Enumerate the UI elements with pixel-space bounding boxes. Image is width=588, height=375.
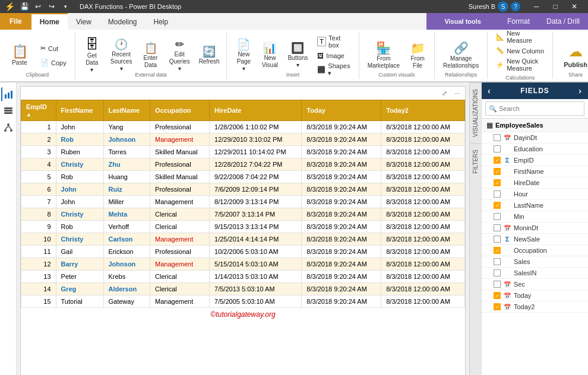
manage-relationships-btn[interactable]: 🔗 ManageRelationships xyxy=(440,34,482,77)
field-group-header[interactable]: ▦ EmployeeSales xyxy=(482,119,588,132)
redo-btn[interactable]: ↪ xyxy=(46,1,58,12)
field-checkbox[interactable] xyxy=(494,281,501,288)
field-item[interactable]: Min xyxy=(482,211,588,223)
field-checkbox[interactable]: ✓ xyxy=(494,292,501,299)
field-item[interactable]: 📅 Sec xyxy=(482,279,588,290)
col-hiredate[interactable]: HireDate xyxy=(210,100,302,121)
fields-search-input[interactable] xyxy=(485,101,584,116)
field-item[interactable]: ✓ 📅 Today xyxy=(482,290,588,301)
field-checkbox[interactable] xyxy=(494,134,501,141)
table-row: 13 Peter Krebs Clerical 1/14/2013 5:03:1… xyxy=(21,271,465,283)
field-checkbox[interactable] xyxy=(494,236,501,243)
field-checkbox[interactable]: ✓ xyxy=(494,247,501,254)
field-checkbox[interactable]: ✓ xyxy=(494,202,501,209)
field-item[interactable]: 📅 MoninDt xyxy=(482,223,588,234)
tab-modeling[interactable]: Modeling xyxy=(100,13,146,30)
field-item[interactable]: ✓ Σ EmpID xyxy=(482,155,588,166)
paste-btn[interactable]: 📋 Paste xyxy=(5,34,34,77)
new-page-btn[interactable]: 📄 NewPage ▾ xyxy=(232,34,255,77)
field-checkbox[interactable]: ✓ xyxy=(494,168,501,175)
cell-empid: 12 xyxy=(21,258,56,271)
get-data-btn[interactable]: 🗄 GetData ▾ xyxy=(80,34,104,77)
buttons-btn[interactable]: 🔲 Buttons ▾ xyxy=(284,34,311,77)
cell-empid: 10 xyxy=(21,233,56,246)
field-item[interactable]: ✓ LastName xyxy=(482,200,588,211)
col-lastname[interactable]: LastName xyxy=(103,100,150,121)
save-btn[interactable]: 💾 xyxy=(18,1,30,12)
tab-help[interactable]: Help xyxy=(146,13,177,30)
publish-btn[interactable]: ☁ Publish xyxy=(558,34,588,77)
field-item[interactable]: SalesIN xyxy=(482,268,588,279)
col-empid[interactable]: EmpID▲ xyxy=(21,100,56,121)
field-checkbox[interactable] xyxy=(494,190,501,198)
enter-data-btn[interactable]: 📋 EnterData xyxy=(139,34,163,77)
panel-back-arrow[interactable]: ‹ xyxy=(488,86,491,96)
new-visual-btn[interactable]: 📊 NewVisual xyxy=(258,34,282,77)
col-today2[interactable]: Today2 xyxy=(381,100,465,121)
field-item[interactable]: ✓ FirstName xyxy=(482,166,588,177)
app-icon: ⚡ xyxy=(5,2,15,11)
file-tab[interactable]: File xyxy=(0,13,31,30)
col-occupation[interactable]: Occupation xyxy=(150,100,210,121)
more-options-btn[interactable]: ··· xyxy=(452,88,463,98)
cell-today2: 8/3/2018 12:00:00 AM xyxy=(381,196,465,208)
tab-datadrill[interactable]: Data / Drill xyxy=(538,13,588,30)
sidebar-icon-data[interactable] xyxy=(1,104,15,118)
new-column-btn[interactable]: 📏 New Column xyxy=(492,46,548,56)
recent-sources-btn[interactable]: 🕐 RecentSources ▾ xyxy=(106,34,137,77)
text-box-btn[interactable]: T Text box xyxy=(314,35,353,48)
cell-today: 8/3/2018 9:20:24 AM xyxy=(302,146,381,158)
image-btn[interactable]: 🖼 Image xyxy=(314,49,353,62)
field-item[interactable]: Hour xyxy=(482,189,588,200)
tab-format[interactable]: Format xyxy=(499,13,538,30)
field-checkbox[interactable] xyxy=(494,213,501,220)
copy-btn[interactable]: 📄 Copy xyxy=(37,56,70,69)
from-file-btn[interactable]: 📁 FromFile xyxy=(406,34,429,77)
expand-visual-btn[interactable]: ⤢ xyxy=(439,88,450,98)
field-item[interactable]: ✓ Occupation xyxy=(482,245,588,256)
sidebar-icon-model[interactable] xyxy=(1,120,15,135)
table-scroll[interactable]: EmpID▲ FirstName LastName Occupation Hir… xyxy=(21,100,465,375)
field-checkbox[interactable] xyxy=(494,258,501,265)
table-icon: ▦ xyxy=(486,121,493,129)
side-tab-filters[interactable]: FILTERS xyxy=(470,143,481,179)
tab-home[interactable]: Home xyxy=(31,13,68,30)
refresh-btn[interactable]: 🔄 Refresh xyxy=(197,34,222,77)
panel-forward-arrow[interactable]: › xyxy=(578,86,582,96)
cell-empid: 6 xyxy=(21,183,56,196)
field-checkbox[interactable]: ✓ xyxy=(494,179,501,186)
new-measure-btn[interactable]: 📐 New Measure xyxy=(492,30,548,43)
edit-queries-btn[interactable]: ✏ EditQueries ▾ xyxy=(165,34,194,77)
minimize-btn[interactable]: ─ xyxy=(527,0,545,13)
user-avatar[interactable]: S xyxy=(498,1,508,12)
dropdown-btn[interactable]: ▾ xyxy=(59,1,71,12)
field-item[interactable]: Sales xyxy=(482,256,588,268)
field-checkbox[interactable] xyxy=(494,145,501,152)
fields-panel-header: ‹ FIELDS › xyxy=(482,82,588,99)
field-item[interactable]: Σ NewSale xyxy=(482,234,588,245)
close-btn[interactable]: ✕ xyxy=(565,0,583,13)
field-item[interactable]: 📅 DayinDt xyxy=(482,132,588,144)
field-item[interactable]: ✓ HireDate xyxy=(482,177,588,189)
field-checkbox[interactable] xyxy=(494,269,501,277)
side-tabs: VISUALIZATIONS FILTERS xyxy=(469,82,481,375)
field-item[interactable]: ✓ 📅 Today2 xyxy=(482,301,588,313)
side-tab-visualizations[interactable]: VISUALIZATIONS xyxy=(470,82,481,143)
from-marketplace-btn[interactable]: 🏪 FromMarketplace xyxy=(364,34,403,77)
field-checkbox[interactable]: ✓ xyxy=(494,157,501,164)
undo-btn[interactable]: ↩ xyxy=(32,1,44,12)
svg-point-6 xyxy=(7,123,10,126)
col-firstname[interactable]: FirstName xyxy=(56,100,103,121)
cut-btn[interactable]: ✂ Cut xyxy=(37,42,70,55)
maximize-btn[interactable]: □ xyxy=(546,0,564,13)
new-quick-measure-btn[interactable]: ⚡ New Quick Measure xyxy=(492,58,548,71)
help-btn[interactable]: ? xyxy=(511,2,520,11)
tab-view[interactable]: View xyxy=(68,13,100,30)
cell-today: 8/3/2018 9:20:24 AM xyxy=(302,121,381,134)
field-item[interactable]: Education xyxy=(482,144,588,155)
col-today[interactable]: Today xyxy=(302,100,381,121)
field-checkbox[interactable]: ✓ xyxy=(494,303,501,310)
cell-today2: 8/3/2018 12:00:00 AM xyxy=(381,246,465,258)
sidebar-icon-report[interactable] xyxy=(1,87,15,101)
field-checkbox[interactable] xyxy=(494,224,501,231)
